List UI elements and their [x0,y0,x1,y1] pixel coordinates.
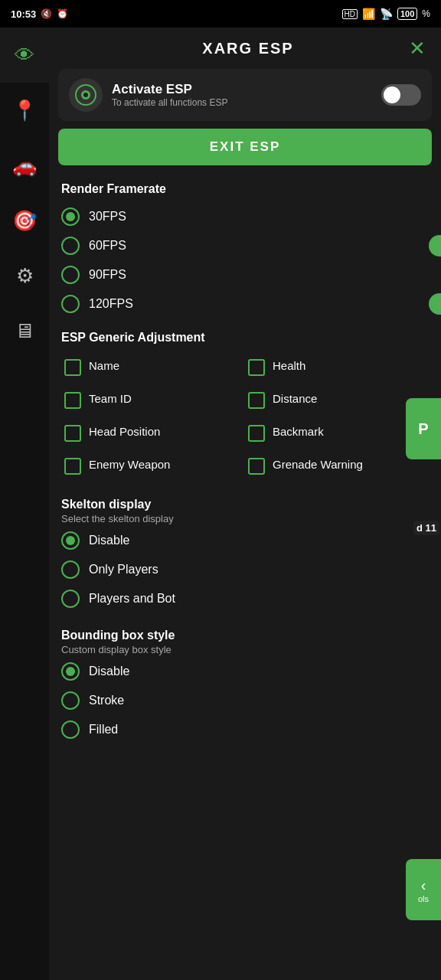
fps-30-radio[interactable] [61,207,80,226]
float-p-label: P [418,420,428,438]
status-time: 10:53 [11,8,36,20]
battery-indicator: 100 [397,8,417,20]
checkbox-name[interactable]: Name [61,351,245,384]
bounding-disable-radio[interactable] [61,662,80,681]
float-back-icon: ‹ [421,877,426,894]
skelton-players-bot-radio[interactable] [61,590,80,608]
fps-60-option[interactable]: 60FPS [61,231,429,260]
bounding-box-title: Bounding box style [61,629,429,644]
exit-esp-button[interactable]: EXIT ESP [58,129,432,165]
sidebar-item-chip[interactable]: 🖥 [0,303,49,358]
float-btn-bottom[interactable]: ‹ ols [406,859,441,920]
checkbox-backmark-label: Backmark [273,424,324,439]
skelton-section-header: Skelton display Select the skelton displ… [49,490,441,526]
fps-90-option[interactable]: 90FPS [61,260,429,289]
bounding-disable-label: Disable [89,665,129,678]
checkbox-distance-label: Distance [273,391,317,407]
checkbox-enemy-weapon-label: Enemy Weapon [89,457,170,472]
fps-side-toggle-2[interactable] [429,293,441,315]
skelton-display-subtitle: Select the skelton display [61,513,429,524]
checkbox-team-id-label: Team ID [89,391,132,407]
checkbox-backmark-box[interactable] [248,425,265,442]
skelton-players-bot-label: Players and Bot [89,592,175,606]
bounding-filled-option[interactable]: Filled [61,715,429,744]
fps-30-label: 30FPS [89,210,126,224]
checkbox-name-label: Name [89,358,119,374]
activate-esp-subtitle: To activate all functions ESP [112,97,372,108]
skelton-disable-label: Disable [89,534,129,547]
hd-badge: HD [342,9,358,19]
bounding-stroke-option[interactable]: Stroke [61,686,429,715]
fps-60-label: 60FPS [89,239,126,253]
fps-120-option[interactable]: 120FPS [61,289,429,318]
content-area: Activate ESP To activate all functions E… [49,69,441,980]
skelton-disable-radio[interactable] [61,531,80,550]
status-left: 10:53 🔇 ⏰ [11,8,68,20]
checkbox-name-box[interactable] [64,359,81,376]
eye-icon: 👁 [15,44,34,67]
skelton-disable-option[interactable]: Disable [61,526,429,555]
checkbox-distance[interactable]: Distance [245,384,429,416]
fps-60-radio[interactable] [61,237,80,255]
skelton-display-group: Disable Only Players Players and Bot [49,526,441,621]
skelton-display-title: Skelton display [61,498,429,513]
bounding-filled-radio[interactable] [61,720,80,739]
checkbox-head-position-label: Head Position [89,424,160,439]
checkbox-grenade-warning[interactable]: Grenade Warning [245,449,429,482]
skelton-only-players-option[interactable]: Only Players [61,555,429,584]
fps-120-radio[interactable] [61,295,80,313]
esp-generic-title: ESP Generic Adjustment [49,326,441,351]
sidebar-item-location[interactable]: 📍 [0,83,49,138]
activate-esp-title: Activate ESP [112,82,372,97]
wifi-icon: 📡 [380,8,393,20]
skelton-only-players-radio[interactable] [61,560,80,579]
signal-icon: 📶 [362,8,375,20]
bounding-section-header: Bounding box style Custom display box st… [49,621,441,657]
gear-icon: ⚙ [16,264,34,288]
sidebar-item-settings[interactable]: ⚙ [0,248,49,303]
status-right: HD 📶 📡 100 % [342,8,430,20]
fps-group: 30FPS 60FPS 90FPS [49,202,441,326]
toggle-knob [384,87,400,103]
bounding-stroke-label: Stroke [89,694,124,707]
checkbox-health-box[interactable] [248,359,265,376]
activate-esp-row: Activate ESP To activate all functions E… [58,69,432,121]
location-icon: 📍 [12,99,37,122]
float-ols-label: ols [418,894,429,903]
vehicle-icon: 🚗 [12,154,37,178]
sidebar-item-vehicle[interactable]: 🚗 [0,138,49,193]
checkbox-enemy-weapon[interactable]: Enemy Weapon [61,449,245,482]
bounding-stroke-radio[interactable] [61,691,80,710]
bounding-disable-option[interactable]: Disable [61,657,429,686]
bounding-box-subtitle: Custom display box style [61,644,429,655]
skelton-players-bot-option[interactable]: Players and Bot [61,584,429,613]
fps-side-toggle-1[interactable] [429,235,441,256]
fps-30-option[interactable]: 30FPS [61,202,429,231]
float-btn-top[interactable]: P [406,398,441,459]
main-panel: XARG ESP ✕ Activate ESP [49,28,441,980]
status-bar: 10:53 🔇 ⏰ HD 📶 📡 100 % [0,0,441,28]
mute-icon: 🔇 [41,8,52,19]
fps-90-label: 90FPS [89,268,126,282]
activate-esp-toggle[interactable] [381,84,421,106]
close-button[interactable]: ✕ [409,38,426,58]
checkbox-team-id-box[interactable] [64,392,81,409]
render-framerate-title: Render Framerate [49,178,441,202]
app-header: XARG ESP ✕ [49,28,441,69]
checkbox-grenade-warning-box[interactable] [248,458,265,475]
checkbox-enemy-weapon-box[interactable] [64,458,81,475]
sidebar-item-target[interactable]: 🎯 [0,193,49,248]
alarm-icon: ⏰ [57,8,68,19]
checkbox-team-id[interactable]: Team ID [61,384,245,416]
header-title: XARG ESP [87,40,409,57]
fps-90-radio[interactable] [61,266,80,284]
sidebar-item-eye[interactable]: 👁 [0,28,49,83]
checkbox-distance-box[interactable] [248,392,265,409]
checkbox-backmark[interactable]: Backmark [245,416,429,449]
checkbox-head-position[interactable]: Head Position [61,416,245,449]
bounding-box-group: Disable Stroke Filled [49,657,441,752]
checkbox-health[interactable]: Health [245,351,429,384]
esp-generic-grid: Name Health Team ID Distan [49,351,441,490]
target-icon: 🎯 [12,209,37,233]
checkbox-head-position-box[interactable] [64,425,81,442]
